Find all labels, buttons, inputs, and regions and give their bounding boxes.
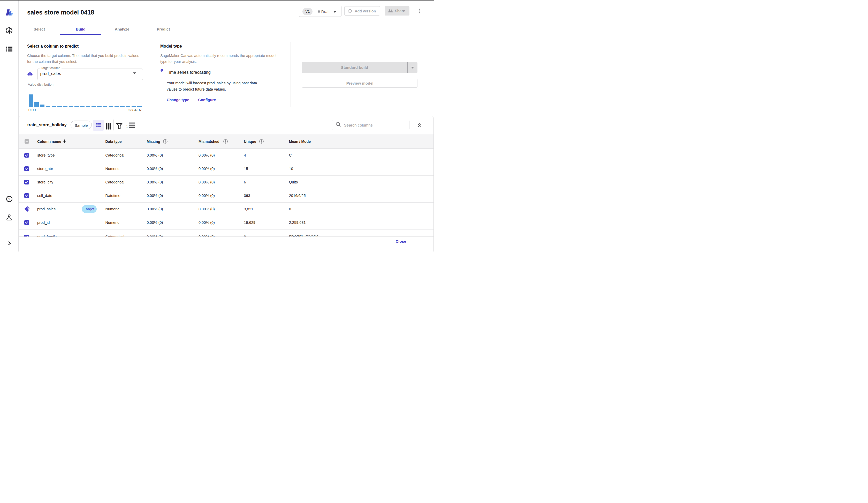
svg-text:3: 3	[126, 126, 128, 128]
svg-text:?: ?	[8, 197, 11, 201]
